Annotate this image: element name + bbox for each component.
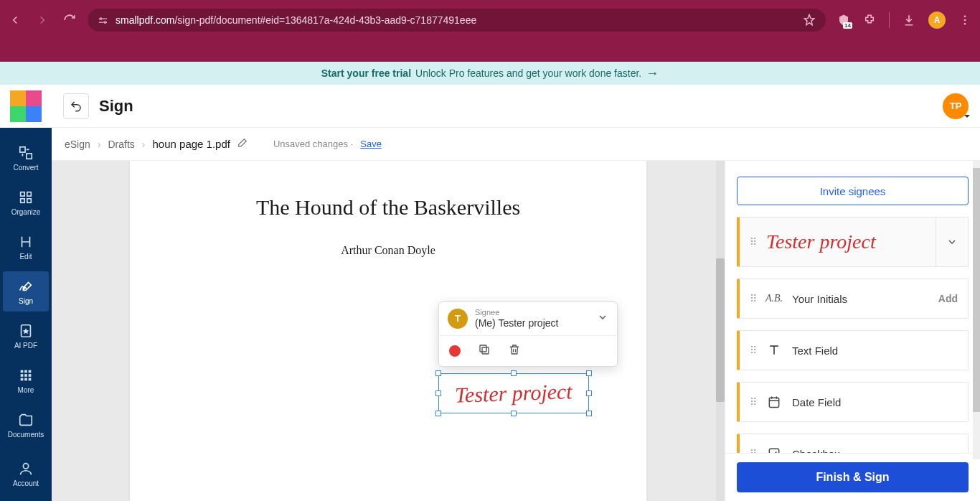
url-bar[interactable]: smallpdf.com/sign-pdf/document#eid=13648… — [88, 9, 826, 32]
svg-rect-11 — [27, 198, 32, 202]
signee-label: Signee — [475, 308, 590, 317]
color-picker[interactable] — [449, 345, 461, 357]
browser-profile-avatar[interactable]: A — [928, 11, 946, 29]
signature-preview: Tester project — [766, 230, 925, 253]
resize-handle[interactable] — [511, 411, 517, 416]
resize-handle[interactable] — [435, 411, 441, 416]
initials-icon: A.B. — [766, 293, 782, 304]
doc-author: Arthur Conan Doyle — [130, 244, 646, 257]
breadcrumb: eSign › Drafts › houn page 1.pdf Unsaved… — [52, 128, 980, 161]
svg-rect-7 — [27, 153, 32, 158]
chevron-down-icon[interactable] — [936, 217, 958, 266]
rail-convert[interactable]: Convert — [3, 138, 49, 178]
url-host: smallpdf.com — [116, 14, 174, 26]
rail-documents[interactable]: Documents — [3, 405, 49, 445]
save-link[interactable]: Save — [360, 139, 382, 149]
drag-handle-icon[interactable]: ⠿ — [750, 345, 756, 356]
resize-handle[interactable] — [586, 411, 592, 416]
trial-banner-text: Unlock Pro features and get your work do… — [415, 67, 641, 79]
extensions-menu-icon[interactable] — [863, 14, 876, 27]
url-path: /sign-pdf/document#eid=1364817a-424d-43b… — [174, 14, 476, 26]
resize-handle[interactable] — [435, 390, 441, 396]
page-title: Sign — [99, 97, 133, 116]
resize-handle[interactable] — [511, 370, 517, 376]
drag-handle-icon[interactable]: ⠿ — [750, 293, 756, 304]
add-initials-button[interactable]: Add — [938, 293, 958, 304]
field-label: Checkbox — [792, 448, 958, 454]
rail-organize[interactable]: Organize — [3, 182, 49, 223]
crumb-esign[interactable]: eSign — [65, 139, 90, 150]
canvas-scrollbar-thumb[interactable] — [716, 258, 725, 402]
svg-rect-10 — [21, 198, 25, 202]
svg-rect-18 — [29, 374, 32, 377]
svg-point-4 — [964, 23, 966, 25]
signee-dropdown[interactable]: T Signee (Me) Tester project — [439, 302, 617, 335]
svg-rect-25 — [769, 398, 778, 407]
finish-sign-button[interactable]: Finish & Sign — [737, 462, 969, 492]
svg-rect-9 — [27, 192, 32, 196]
smallpdf-logo[interactable] — [10, 90, 42, 122]
drag-handle-icon[interactable]: ⠿ — [750, 448, 756, 453]
placed-signature[interactable]: Tester project — [438, 373, 589, 413]
resize-handle[interactable] — [586, 370, 592, 376]
crumb-drafts[interactable]: Drafts — [108, 139, 134, 150]
rail-ai-pdf[interactable]: AI PDF — [3, 316, 49, 356]
chevron-down-icon[interactable] — [597, 312, 608, 326]
svg-rect-16 — [21, 374, 24, 377]
undo-button[interactable] — [63, 93, 89, 119]
user-menu[interactable]: TP — [943, 93, 969, 119]
field-label: Your Initials — [792, 293, 928, 305]
field-text[interactable]: ⠿ Text Field — [737, 330, 969, 370]
doc-title: The Hound of the Baskervilles — [130, 161, 646, 220]
crumb-filename: houn page 1.pdf — [153, 138, 230, 150]
svg-point-1 — [104, 21, 106, 23]
field-label: Text Field — [792, 345, 958, 357]
field-checkbox[interactable]: ⠿ Checkbox — [737, 434, 969, 453]
forward-icon — [36, 14, 49, 27]
extension-icon[interactable]: 14 — [837, 14, 850, 27]
reload-icon[interactable] — [63, 14, 76, 27]
svg-rect-26 — [769, 449, 778, 453]
field-label: Date Field — [792, 396, 958, 408]
signee-name: (Me) Tester project — [475, 317, 590, 329]
site-settings-icon[interactable] — [98, 15, 108, 26]
checkbox-icon — [766, 446, 782, 453]
document-canvas[interactable]: The Hound of the Baskervilles Arthur Con… — [52, 161, 725, 501]
rail-edit[interactable]: Edit — [3, 227, 49, 267]
text-icon — [766, 343, 782, 357]
svg-point-3 — [964, 19, 966, 22]
extension-count: 14 — [843, 22, 852, 29]
svg-rect-23 — [482, 347, 489, 354]
field-date[interactable]: ⠿ Date Field — [737, 382, 969, 422]
bookmark-icon[interactable] — [803, 14, 816, 27]
resize-handle[interactable] — [435, 370, 441, 376]
browser-menu-icon[interactable] — [958, 14, 971, 27]
calendar-icon — [766, 395, 782, 409]
rename-icon[interactable] — [237, 138, 248, 150]
drag-handle-icon[interactable]: ⠿ — [750, 396, 756, 408]
drag-handle-icon[interactable]: ⠿ — [750, 236, 756, 248]
back-icon[interactable] — [9, 14, 22, 27]
rail-account[interactable]: Account — [3, 454, 49, 494]
pdf-page[interactable]: The Hound of the Baskervilles Arthur Con… — [130, 161, 646, 501]
svg-rect-17 — [24, 374, 27, 377]
svg-point-2 — [964, 15, 966, 17]
duplicate-icon[interactable] — [478, 343, 491, 359]
panel-scrollbar-thumb[interactable] — [973, 168, 980, 412]
delete-icon[interactable] — [508, 343, 521, 359]
trial-banner[interactable]: Start your free trial Unlock Pro feature… — [0, 62, 980, 85]
downloads-icon[interactable] — [903, 14, 915, 27]
signature-text: Tester project — [455, 379, 573, 408]
invite-signees-button[interactable]: Invite signees — [737, 177, 969, 205]
svg-rect-19 — [21, 378, 24, 380]
resize-handle[interactable] — [586, 390, 592, 396]
arrow-right-icon: → — [646, 66, 659, 81]
rail-sign[interactable]: Sign — [3, 271, 49, 312]
svg-rect-6 — [20, 146, 25, 151]
field-signature[interactable]: ⠿ Tester project — [737, 217, 969, 267]
signee-avatar: T — [448, 309, 468, 329]
rail-more[interactable]: More — [3, 360, 49, 401]
svg-point-22 — [23, 463, 28, 468]
svg-rect-13 — [21, 370, 24, 373]
field-initials[interactable]: ⠿ A.B. Your Initials Add — [737, 278, 969, 319]
